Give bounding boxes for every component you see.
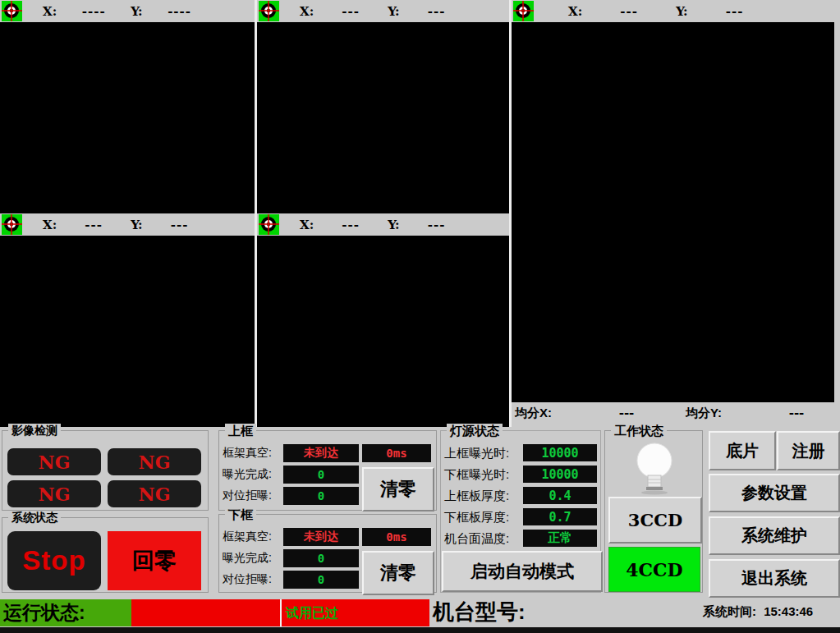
exposure-count-display: 0 — [283, 549, 359, 567]
run-status-label: 运行状态: — [0, 599, 131, 626]
x-coord-label: X: — [568, 4, 582, 19]
y-coord-label: Y: — [676, 4, 687, 19]
parameter-settings-button[interactable]: 参数设置 — [709, 474, 840, 512]
system-maintenance-button[interactable]: 系统维护 — [709, 516, 840, 555]
ng-indicator-3: NG — [7, 480, 101, 507]
film-button[interactable]: 底片 — [709, 431, 776, 470]
crosshair-icon — [2, 214, 22, 235]
camera-header-1: X: ---- Y: ---- — [0, 0, 255, 22]
start-auto-mode-button[interactable]: 启动自动模式 — [442, 551, 603, 592]
y-coord-value: --- — [411, 218, 462, 232]
crosshair-icon — [2, 1, 22, 21]
home-zero-button[interactable]: 回零 — [108, 531, 201, 590]
x-coord-value: --- — [68, 218, 119, 232]
system-time-value: 15:43:46 — [764, 604, 813, 618]
avg-y-value: --- — [768, 406, 825, 420]
light-status-title: 灯源状态 — [447, 424, 503, 439]
upper-plate-thickness-display: 0.4 — [523, 487, 597, 504]
y-coord-value: --- — [709, 4, 760, 19]
stop-button[interactable]: Stop — [7, 531, 101, 590]
camera-header-4: X: --- Y: --- — [0, 213, 255, 236]
upper-plate-thickness-label: 上框板厚度: — [444, 489, 509, 504]
x-coord-value: --- — [325, 4, 376, 19]
work-status-panel: 工作状态 3CCD 4CCD — [604, 430, 703, 593]
x-coord-label: X: — [43, 4, 57, 19]
work-status-title: 工作状态 — [611, 424, 667, 439]
x-coord-label: X: — [300, 218, 314, 232]
vacuum-time-display: 0ms — [362, 444, 431, 462]
system-time-label: 系统时间: — [703, 604, 756, 618]
x-coord-label: X: — [300, 4, 314, 19]
avg-x-value: --- — [598, 406, 655, 420]
image-detection-panel: 影像检测 NG NG NG NG — [2, 430, 209, 511]
bottom-taskbar-strip — [0, 627, 840, 633]
y-coord-label: Y: — [131, 218, 142, 232]
ccd4-mode-button[interactable]: 4CCD — [608, 547, 700, 592]
camera-viewport-1 — [0, 22, 255, 213]
camera-viewport-5 — [257, 236, 509, 427]
trial-bar-divider — [280, 599, 282, 626]
align-reject-label: 对位拒曝: — [223, 572, 272, 587]
y-coord-label: Y: — [388, 4, 399, 19]
camera-header-3: X: --- Y: --- — [512, 0, 840, 22]
panel-divider — [509, 0, 512, 427]
system-status-panel: 系统状态 Stop 回零 — [2, 517, 209, 593]
x-coord-value: ---- — [68, 4, 119, 19]
crosshair-icon — [513, 1, 534, 21]
exposure-count-display: 0 — [283, 466, 359, 484]
camera-header-2: X: --- Y: --- — [257, 0, 509, 22]
upper-frame-title: 上框 — [225, 424, 256, 439]
system-status-title: 系统状态 — [8, 511, 61, 525]
crosshair-icon — [259, 1, 279, 21]
system-time: 系统时间: 15:43:46 — [703, 604, 813, 620]
lower-exposure-time-display: 10000 — [523, 466, 597, 483]
y-coord-value: ---- — [154, 4, 205, 19]
avg-x-label: 均分X: — [515, 406, 552, 421]
register-button[interactable]: 注册 — [777, 431, 840, 470]
ng-indicator-4: NG — [108, 480, 201, 507]
clear-upper-button[interactable]: 清零 — [362, 467, 434, 511]
lower-exposure-time-label: 下框曝光时: — [444, 467, 509, 483]
y-coord-value: --- — [154, 218, 205, 232]
vacuum-label: 框架真空: — [223, 446, 272, 461]
camera-viewport-2 — [257, 22, 509, 213]
table-temperature-label: 机台面温度: — [444, 531, 509, 547]
clear-lower-button[interactable]: 清零 — [362, 551, 434, 595]
image-detection-title: 影像检测 — [8, 424, 61, 438]
exposure-done-label: 曝光完成: — [223, 467, 272, 482]
exposure-done-label: 曝光完成: — [223, 551, 272, 566]
x-coord-value: --- — [604, 4, 654, 19]
vacuum-status-display: 未到达 — [283, 444, 359, 462]
camera-header-5: X: --- Y: --- — [257, 213, 509, 236]
exit-system-button[interactable]: 退出系统 — [709, 559, 840, 598]
camera-viewport-4 — [0, 236, 255, 427]
avg-y-label: 均分Y: — [686, 406, 722, 421]
crosshair-icon — [259, 214, 279, 235]
average-coordinates-bar: 均分X: --- 均分Y: --- — [512, 402, 840, 425]
vacuum-time-display: 0ms — [362, 528, 431, 546]
lower-plate-thickness-label: 下框板厚度: — [444, 510, 509, 525]
trial-status-bar: 试用已过 — [131, 599, 429, 626]
ng-indicator-2: NG — [108, 448, 201, 475]
y-coord-label: Y: — [388, 218, 399, 232]
y-coord-value: --- — [411, 4, 462, 19]
table-temperature-display: 正常 — [523, 530, 597, 547]
x-coord-value: --- — [325, 218, 376, 232]
machine-model-label: 机台型号: — [433, 598, 526, 626]
camera-viewport-3 — [512, 22, 834, 402]
align-reject-display: 0 — [283, 487, 359, 505]
light-status-panel: 灯源状态 上框曝光时: 10000 下框曝光时: 10000 上框板厚度: 0.… — [440, 430, 601, 593]
align-reject-display: 0 — [283, 571, 359, 589]
align-reject-label: 对位拒曝: — [223, 489, 272, 503]
upper-exposure-time-display: 10000 — [523, 444, 597, 461]
y-coord-label: Y: — [131, 4, 142, 19]
vacuum-status-display: 未到达 — [283, 528, 359, 546]
lower-frame-title: 下框 — [225, 507, 256, 523]
trial-expired-text: 试用已过 — [286, 599, 338, 626]
ccd3-mode-button[interactable]: 3CCD — [608, 497, 702, 544]
vacuum-label: 框架真空: — [223, 530, 272, 544]
machine-control-window: X: ---- Y: ---- X: --- Y: --- X: --- Y: … — [0, 0, 840, 633]
lower-frame-panel: 下框 框架真空: 未到达 0ms 曝光完成: 0 对位拒曝: 0 清零 — [218, 514, 437, 593]
bulb-icon — [632, 441, 677, 497]
lower-plate-thickness-display: 0.7 — [523, 508, 597, 525]
